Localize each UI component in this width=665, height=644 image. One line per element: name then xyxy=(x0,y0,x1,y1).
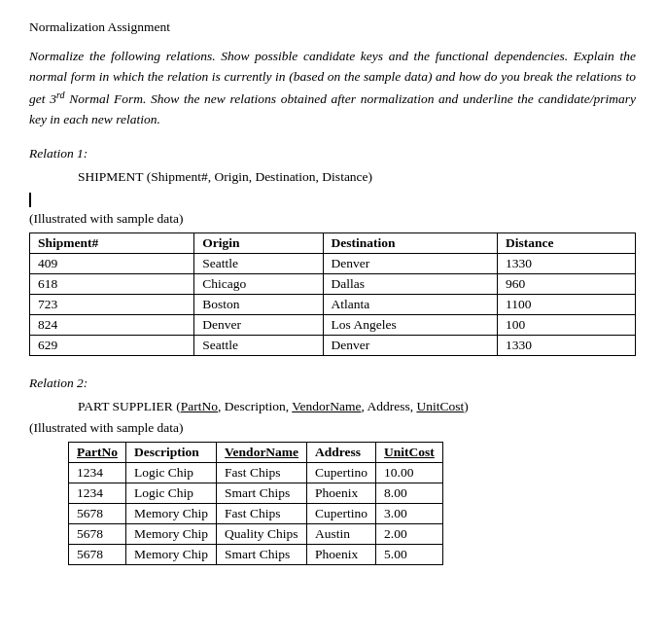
table-cell: 1330 xyxy=(498,253,636,273)
table-cell: Cupertino xyxy=(307,503,376,523)
table-cell: Austin xyxy=(307,523,376,544)
table-cell: Los Angeles xyxy=(323,314,498,335)
ps-header-partno: PartNo xyxy=(69,442,126,462)
table-row: 618ChicagoDallas960 xyxy=(30,273,636,294)
table-cell: 10.00 xyxy=(376,462,443,483)
relation1-section: Relation 1: SHIPMENT (Shipment#, Origin,… xyxy=(29,146,636,355)
shipment-header-destination: Destination xyxy=(323,233,498,253)
table-cell: Fast Chips xyxy=(217,462,307,483)
instructions: Normalize the following relations. Show … xyxy=(29,47,636,130)
relation2-label: Relation 2: xyxy=(29,376,636,391)
table-cell: 2.00 xyxy=(376,523,443,544)
superscript-rd: rd xyxy=(56,89,65,100)
table-row: 5678Memory ChipFast ChipsCupertino3.00 xyxy=(69,503,443,523)
table-cell: 1330 xyxy=(498,335,636,355)
relation2-vendorname-underline: VendorName xyxy=(292,399,361,413)
shipment-table: Shipment# Origin Destination Distance 40… xyxy=(29,233,636,356)
cursor-indicator xyxy=(29,191,636,206)
relation1-formula: SHIPMENT (Shipment#, Origin, Destination… xyxy=(78,169,636,185)
table-cell: 824 xyxy=(30,314,194,335)
table-cell: 1234 xyxy=(69,462,126,483)
table-cell: Denver xyxy=(323,335,498,355)
page-title: Normalization Assignment xyxy=(29,19,636,35)
table-cell: 5678 xyxy=(69,544,126,564)
ps-header-address: Address xyxy=(307,442,376,462)
relation2-unitcost-underline: UnitCost xyxy=(416,399,464,413)
shipment-header-shipmentno: Shipment# xyxy=(30,233,194,253)
table-cell: 5678 xyxy=(69,503,126,523)
table-cell: Logic Chip xyxy=(125,462,216,483)
relation2-sample-label: (Illustrated with sample data) xyxy=(29,420,636,436)
table-cell: Quality Chips xyxy=(217,523,307,544)
table-cell: Chicago xyxy=(194,273,323,294)
table-cell: 723 xyxy=(30,294,194,314)
table-row: 629SeattleDenver1330 xyxy=(30,335,636,355)
ps-header-description: Description xyxy=(125,442,216,462)
table-cell: 3.00 xyxy=(376,503,443,523)
table-cell: Memory Chip xyxy=(125,523,216,544)
table-cell: Seattle xyxy=(194,335,323,355)
table-cell: Denver xyxy=(323,253,498,273)
table-cell: Memory Chip xyxy=(125,503,216,523)
table-cell: 1100 xyxy=(498,294,636,314)
table-cell: Seattle xyxy=(194,253,323,273)
relation2-desc: , Description, xyxy=(218,399,292,413)
table-row: 1234Logic ChipSmart ChipsPhoenix8.00 xyxy=(69,483,443,503)
shipment-header-origin: Origin xyxy=(194,233,323,253)
table-row: 1234Logic ChipFast ChipsCupertino10.00 xyxy=(69,462,443,483)
table-row: 5678Memory ChipSmart ChipsPhoenix5.00 xyxy=(69,544,443,564)
table-row: 409SeattleDenver1330 xyxy=(30,253,636,273)
relation2-formula-prefix: PART SUPPLIER ( xyxy=(78,399,181,413)
table-row: 5678Memory ChipQuality ChipsAustin2.00 xyxy=(69,523,443,544)
shipment-header-distance: Distance xyxy=(498,233,636,253)
table-cell: Phoenix xyxy=(307,544,376,564)
table-cell: Denver xyxy=(194,314,323,335)
table-cell: 1234 xyxy=(69,483,126,503)
relation2-addr: , Address, xyxy=(361,399,416,413)
table-cell: 5678 xyxy=(69,523,126,544)
relation2-section: Relation 2: PART SUPPLIER (PartNo, Descr… xyxy=(29,376,636,565)
ps-header-vendorname: VendorName xyxy=(217,442,307,462)
table-cell: 629 xyxy=(30,335,194,355)
table-cell: Memory Chip xyxy=(125,544,216,564)
relation2-formula: PART SUPPLIER (PartNo, Description, Vend… xyxy=(78,399,636,414)
table-cell: 100 xyxy=(498,314,636,335)
table-cell: 8.00 xyxy=(376,483,443,503)
table-cell: 618 xyxy=(30,273,194,294)
table-cell: 5.00 xyxy=(376,544,443,564)
table-cell: Boston xyxy=(194,294,323,314)
table-cell: Fast Chips xyxy=(217,503,307,523)
table-row: 723BostonAtlanta1100 xyxy=(30,294,636,314)
table-cell: Atlanta xyxy=(323,294,498,314)
part-supplier-table: PartNo Description VendorName Address Un… xyxy=(68,442,443,565)
table-cell: Cupertino xyxy=(307,462,376,483)
table-cell: Dallas xyxy=(323,273,498,294)
table-cell: 960 xyxy=(498,273,636,294)
table-cell: Logic Chip xyxy=(125,483,216,503)
relation2-partno-underline: PartNo xyxy=(181,399,218,413)
table-cell: Phoenix xyxy=(307,483,376,503)
relation1-label: Relation 1: xyxy=(29,146,636,161)
table-row: 824DenverLos Angeles100 xyxy=(30,314,636,335)
ps-header-unitcost: UnitCost xyxy=(376,442,443,462)
table-cell: Smart Chips xyxy=(217,483,307,503)
table-cell: Smart Chips xyxy=(217,544,307,564)
table-cell: 409 xyxy=(30,253,194,273)
relation2-close: ) xyxy=(464,399,469,413)
currently-text: currently xyxy=(224,69,271,84)
relation1-sample-label: (Illustrated with sample data) xyxy=(29,211,636,227)
